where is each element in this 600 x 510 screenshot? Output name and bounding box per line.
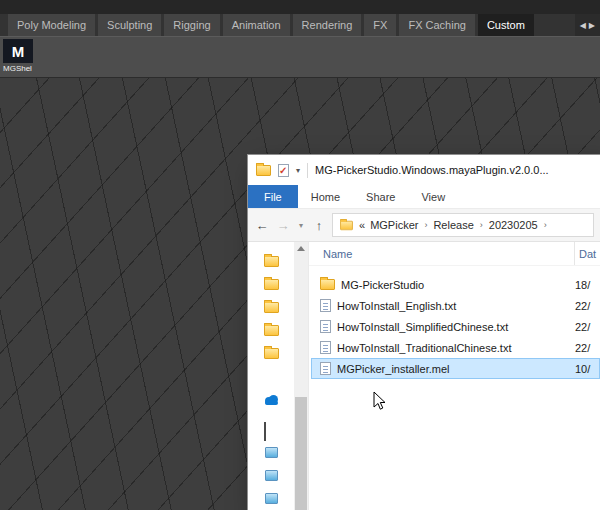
chevron-right-icon: › bbox=[423, 220, 428, 230]
explorer-titlebar: ✓ ▾ MG-PickerStudio.Windows.mayaPlugin.v… bbox=[248, 155, 600, 185]
file-date: 22/ bbox=[575, 300, 599, 312]
tab-scroll-left-icon[interactable]: ◀ bbox=[580, 21, 586, 30]
shelf-tab-scroller: ◀ ▶ bbox=[575, 14, 600, 36]
file-row[interactable]: HowToInstall_English.txt 22/ bbox=[311, 295, 600, 316]
file-name: MG-PickerStudio bbox=[341, 279, 569, 291]
file-explorer-window: ✓ ▾ MG-PickerStudio.Windows.mayaPlugin.v… bbox=[248, 155, 600, 510]
folder-icon bbox=[264, 279, 279, 290]
screen: Poly Modeling Sculpting Rigging Animatio… bbox=[0, 0, 600, 510]
folder-icon bbox=[320, 279, 335, 290]
breadcrumb-mgpicker[interactable]: MGPicker bbox=[370, 219, 418, 231]
sidebar-library-item[interactable] bbox=[248, 487, 294, 510]
shelf-tab-poly-modeling[interactable]: Poly Modeling bbox=[8, 14, 95, 36]
column-header-name[interactable]: Name bbox=[309, 248, 574, 260]
sidebar-quick-access-folder[interactable] bbox=[248, 273, 294, 296]
sidebar-onedrive[interactable] bbox=[248, 389, 294, 412]
shelf-tab-sculpting[interactable]: Sculpting bbox=[98, 14, 161, 36]
ribbon-tab-file[interactable]: File bbox=[248, 185, 298, 208]
recent-locations-dropdown-icon[interactable]: ▾ bbox=[296, 221, 306, 230]
sidebar-this-pc[interactable] bbox=[248, 418, 294, 441]
scroll-up-icon[interactable] bbox=[297, 246, 305, 251]
mel-file-icon bbox=[320, 362, 331, 375]
file-name: HowToInstall_TraditionalChinese.txt bbox=[337, 342, 569, 354]
file-date: 22/ bbox=[575, 342, 599, 354]
onedrive-cloud-icon bbox=[262, 394, 280, 406]
breadcrumb-overflow[interactable]: « bbox=[359, 219, 365, 231]
column-headers: Name Dat bbox=[309, 242, 600, 266]
blue-folder-icon bbox=[265, 447, 278, 458]
maya-shelf-tabbar: Poly Modeling Sculpting Rigging Animatio… bbox=[0, 14, 600, 36]
text-file-icon bbox=[320, 299, 331, 312]
up-icon[interactable]: ↑ bbox=[311, 218, 327, 233]
chevron-right-icon: › bbox=[543, 220, 548, 230]
qat-properties-icon[interactable]: ✓ bbox=[278, 164, 289, 177]
navpane-scrollbar[interactable] bbox=[294, 242, 308, 510]
folder-icon bbox=[264, 325, 279, 336]
mouse-cursor bbox=[373, 391, 387, 411]
this-pc-monitor-icon bbox=[264, 423, 279, 436]
file-row[interactable]: MG-PickerStudio 18/ bbox=[311, 274, 600, 295]
sidebar-quick-access-folder[interactable] bbox=[248, 250, 294, 273]
sidebar-quick-access-folder[interactable] bbox=[248, 342, 294, 365]
mgpicker-logo-icon: M bbox=[3, 39, 33, 63]
tab-scroll-right-icon[interactable]: ▶ bbox=[589, 21, 595, 30]
blue-folder-icon bbox=[265, 493, 278, 504]
sidebar-library-item[interactable] bbox=[248, 441, 294, 464]
chevron-right-icon: › bbox=[479, 220, 484, 230]
file-row[interactable]: HowToInstall_SimplifiedChinese.txt 22/ bbox=[311, 316, 600, 337]
check-icon: ✓ bbox=[279, 164, 287, 177]
column-header-date[interactable]: Dat bbox=[574, 242, 600, 265]
navigation-pane bbox=[248, 242, 294, 510]
sidebar-quick-access-folder[interactable] bbox=[248, 296, 294, 319]
file-date: 18/ bbox=[575, 279, 599, 291]
blue-folder-icon bbox=[265, 470, 278, 481]
shelf-item-label: MGShel bbox=[3, 64, 35, 73]
ribbon-tab-home[interactable]: Home bbox=[298, 185, 353, 208]
scrollbar-thumb[interactable] bbox=[295, 397, 307, 510]
explorer-main: Name Dat MG-PickerStudio 18/ HowToInstal… bbox=[248, 242, 600, 510]
shelf-tab-animation[interactable]: Animation bbox=[223, 14, 290, 36]
folder-icon bbox=[264, 302, 279, 313]
file-rows: MG-PickerStudio 18/ HowToInstall_English… bbox=[309, 274, 600, 379]
file-name: HowToInstall_English.txt bbox=[337, 300, 569, 312]
sidebar-library-item[interactable] bbox=[248, 464, 294, 487]
ribbon-tabbar: File Home Share View bbox=[248, 185, 600, 209]
file-date: 10/ bbox=[575, 363, 599, 375]
file-row[interactable]: HowToInstall_TraditionalChinese.txt 22/ bbox=[311, 337, 600, 358]
qat-dropdown-icon[interactable]: ▾ bbox=[296, 166, 300, 175]
ribbon-tab-view[interactable]: View bbox=[408, 185, 458, 208]
forward-icon[interactable]: → bbox=[275, 218, 291, 233]
file-date: 22/ bbox=[575, 321, 599, 333]
address-folder-icon bbox=[340, 220, 353, 229]
window-title: MG-PickerStudio.Windows.mayaPlugin.v2.0.… bbox=[315, 164, 592, 176]
file-row-selected[interactable]: MGPicker_installer.mel 10/ bbox=[311, 358, 600, 379]
folder-icon bbox=[264, 348, 279, 359]
shelf-tab-rendering[interactable]: Rendering bbox=[293, 14, 362, 36]
shelf-tab-fx[interactable]: FX bbox=[364, 14, 396, 36]
address-toolbar: ← → ▾ ↑ « MGPicker › Release › 20230205 … bbox=[248, 209, 600, 242]
shelf-tab-rigging[interactable]: Rigging bbox=[164, 14, 219, 36]
file-name: HowToInstall_SimplifiedChinese.txt bbox=[337, 321, 569, 333]
mgshel-shelf-button[interactable]: M MGShel bbox=[3, 39, 35, 77]
window-folder-icon[interactable] bbox=[256, 165, 271, 176]
shelf-tab-custom[interactable]: Custom bbox=[478, 14, 534, 36]
text-file-icon bbox=[320, 320, 331, 333]
breadcrumb-20230205[interactable]: 20230205 bbox=[489, 219, 538, 231]
back-icon[interactable]: ← bbox=[254, 218, 270, 233]
titlebar-divider bbox=[307, 163, 308, 178]
address-bar[interactable]: « MGPicker › Release › 20230205 › bbox=[332, 213, 594, 237]
text-file-icon bbox=[320, 341, 331, 354]
breadcrumb-release[interactable]: Release bbox=[433, 219, 473, 231]
sidebar-quick-access-folder[interactable] bbox=[248, 319, 294, 342]
file-list: Name Dat MG-PickerStudio 18/ HowToInstal… bbox=[308, 242, 600, 510]
file-name: MGPicker_installer.mel bbox=[337, 363, 569, 375]
ribbon-tab-share[interactable]: Share bbox=[353, 185, 408, 208]
folder-icon bbox=[264, 256, 279, 267]
maya-shelf: M MGShel bbox=[0, 36, 600, 78]
shelf-tab-fx-caching[interactable]: FX Caching bbox=[399, 14, 474, 36]
maya-top-strip bbox=[0, 0, 600, 14]
